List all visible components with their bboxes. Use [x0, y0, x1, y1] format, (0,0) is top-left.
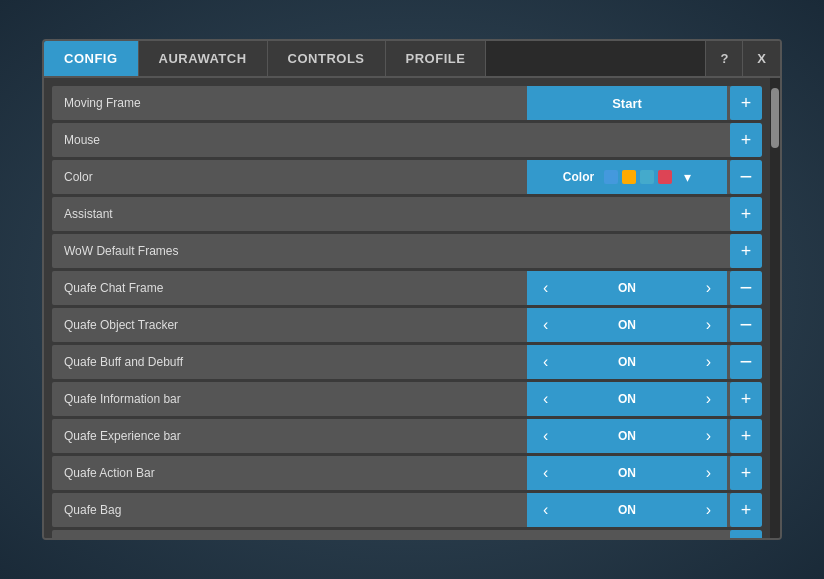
help-button[interactable]: ?: [705, 41, 742, 76]
row-quafe-object-tracker: Quafe Object Tracker ‹ ON › −: [52, 308, 762, 342]
close-button[interactable]: X: [742, 41, 780, 76]
color-swatch-3[interactable]: [640, 170, 654, 184]
quafe-chat-next[interactable]: ›: [698, 279, 719, 297]
mouse-label: Mouse: [52, 133, 727, 147]
quafe-object-tracker-value: ON: [618, 318, 636, 332]
quafe-info-bar-control: ‹ ON ›: [527, 382, 727, 416]
quafe-bag-control: ‹ ON ›: [527, 493, 727, 527]
quafe-bag-prev[interactable]: ‹: [535, 501, 556, 519]
moving-frame-start[interactable]: Start: [527, 86, 727, 120]
scrollbar-thumb[interactable]: [771, 88, 779, 148]
quafe-bag-value: ON: [618, 503, 636, 517]
quafe-action-bar-label: Quafe Action Bar: [52, 466, 527, 480]
color-swatch-2[interactable]: [622, 170, 636, 184]
quafe-chat-control: ‹ ON ›: [527, 271, 727, 305]
quafe-xp-bar-value: ON: [618, 429, 636, 443]
row-quafe-chat: Quafe Chat Frame ‹ ON › −: [52, 271, 762, 305]
row-moving-frame: Moving Frame Start +: [52, 86, 762, 120]
row-quafe-info-bar: Quafe Information bar ‹ ON › +: [52, 382, 762, 416]
quafe-chat-label: Quafe Chat Frame: [52, 281, 527, 295]
quafe-xp-bar-next[interactable]: ›: [698, 427, 719, 445]
quafe-bag-next[interactable]: ›: [698, 501, 719, 519]
quafe-info-bar-prev[interactable]: ‹: [535, 390, 556, 408]
quafe-action-bar-plus[interactable]: +: [730, 456, 762, 490]
mouse-plus[interactable]: +: [730, 123, 762, 157]
row-quafe-xp-bar: Quafe Experience bar ‹ ON › +: [52, 419, 762, 453]
row-quafe-party-raid: Quafe Party and Raid +: [52, 530, 762, 538]
quafe-bag-label: Quafe Bag: [52, 503, 527, 517]
tab-config[interactable]: CONFIG: [44, 41, 139, 76]
tab-bar: CONFIG AURAWATCH CONTROLS PROFILE ? X: [44, 41, 780, 78]
quafe-object-tracker-control: ‹ ON ›: [527, 308, 727, 342]
quafe-action-bar-next[interactable]: ›: [698, 464, 719, 482]
quafe-buff-debuff-minus[interactable]: −: [730, 345, 762, 379]
quafe-xp-bar-plus[interactable]: +: [730, 419, 762, 453]
moving-frame-label: Moving Frame: [52, 96, 527, 110]
quafe-info-bar-plus[interactable]: +: [730, 382, 762, 416]
quafe-xp-bar-label: Quafe Experience bar: [52, 429, 527, 443]
quafe-object-tracker-next[interactable]: ›: [698, 316, 719, 334]
quafe-buff-debuff-value: ON: [618, 355, 636, 369]
quafe-party-raid-plus[interactable]: +: [730, 530, 762, 538]
quafe-object-tracker-minus[interactable]: −: [730, 308, 762, 342]
quafe-info-bar-label: Quafe Information bar: [52, 392, 527, 406]
tab-aurawatch[interactable]: AURAWATCH: [139, 41, 268, 76]
quafe-action-bar-prev[interactable]: ‹: [535, 464, 556, 482]
row-quafe-bag: Quafe Bag ‹ ON › +: [52, 493, 762, 527]
row-wow-default-frames: WoW Default Frames +: [52, 234, 762, 268]
assistant-plus[interactable]: +: [730, 197, 762, 231]
main-panel: CONFIG AURAWATCH CONTROLS PROFILE ? X Mo…: [42, 39, 782, 540]
quafe-chat-minus[interactable]: −: [730, 271, 762, 305]
row-quafe-buff-debuff: Quafe Buff and Debuff ‹ ON › −: [52, 345, 762, 379]
quafe-buff-debuff-control: ‹ ON ›: [527, 345, 727, 379]
row-quafe-action-bar: Quafe Action Bar ‹ ON › +: [52, 456, 762, 490]
color-minus[interactable]: −: [730, 160, 762, 194]
assistant-label: Assistant: [52, 207, 727, 221]
tab-profile[interactable]: PROFILE: [386, 41, 487, 76]
quafe-info-bar-value: ON: [618, 392, 636, 406]
wow-frames-plus[interactable]: +: [730, 234, 762, 268]
color-swatch-4[interactable]: [658, 170, 672, 184]
row-assistant: Assistant +: [52, 197, 762, 231]
tab-controls[interactable]: CONTROLS: [268, 41, 386, 76]
quafe-action-bar-value: ON: [618, 466, 636, 480]
color-swatch-1[interactable]: [604, 170, 618, 184]
quafe-buff-debuff-next[interactable]: ›: [698, 353, 719, 371]
quafe-bag-plus[interactable]: +: [730, 493, 762, 527]
row-color: Color Color ▾ −: [52, 160, 762, 194]
quafe-buff-debuff-prev[interactable]: ‹: [535, 353, 556, 371]
wow-default-frames-label: WoW Default Frames: [52, 244, 727, 258]
color-text: Color: [563, 170, 594, 184]
quafe-chat-prev[interactable]: ‹: [535, 279, 556, 297]
quafe-object-tracker-prev[interactable]: ‹: [535, 316, 556, 334]
quafe-xp-bar-prev[interactable]: ‹: [535, 427, 556, 445]
color-chevron-icon[interactable]: ▾: [684, 169, 691, 185]
quafe-object-tracker-label: Quafe Object Tracker: [52, 318, 527, 332]
scrollbar[interactable]: [770, 78, 780, 538]
color-control[interactable]: Color ▾: [527, 160, 727, 194]
quafe-chat-value: ON: [618, 281, 636, 295]
quafe-info-bar-next[interactable]: ›: [698, 390, 719, 408]
moving-frame-plus[interactable]: +: [730, 86, 762, 120]
quafe-buff-debuff-label: Quafe Buff and Debuff: [52, 355, 527, 369]
quafe-xp-bar-control: ‹ ON ›: [527, 419, 727, 453]
color-label: Color: [52, 170, 527, 184]
row-mouse: Mouse +: [52, 123, 762, 157]
content-area: Moving Frame Start + Mouse + Color Color…: [44, 78, 780, 538]
quafe-action-bar-control: ‹ ON ›: [527, 456, 727, 490]
